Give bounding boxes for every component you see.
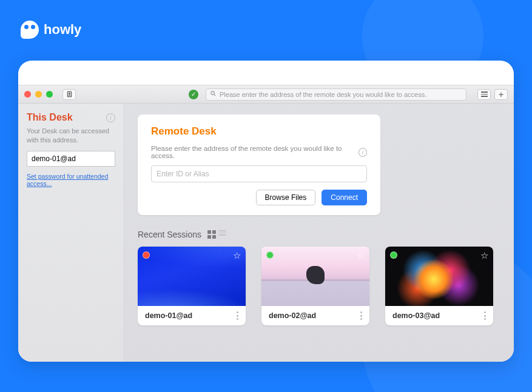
address-search-field[interactable]: Please enter the address of the remote d…: [206, 88, 466, 101]
browse-files-button[interactable]: Browse Files: [256, 190, 316, 205]
session-label: demo-03@ad: [392, 311, 440, 320]
view-toggle[interactable]: [207, 230, 226, 239]
screenshot-card: ✓ Please enter the address of the remote…: [18, 61, 514, 362]
howly-brand: howly: [21, 21, 81, 39]
sidebar-title: This Desk: [27, 112, 73, 123]
session-thumbnail: ☆: [138, 247, 246, 306]
more-options-button[interactable]: [237, 311, 238, 320]
session-thumbnail: ☆: [261, 247, 369, 306]
list-view-icon: [218, 230, 226, 239]
svg-point-2: [211, 91, 215, 95]
search-icon: [210, 90, 217, 99]
sidebar-description: Your Desk can be accessed with this addr…: [27, 127, 115, 145]
sidebar: This Desk i Your Desk can be accessed wi…: [18, 104, 124, 362]
connect-button[interactable]: Connect: [322, 190, 367, 205]
grid-view-icon: [207, 230, 216, 239]
session-label: demo-01@ad: [145, 311, 192, 320]
favorite-icon[interactable]: ☆: [357, 250, 365, 261]
owl-icon: [21, 21, 39, 39]
minimize-window-button[interactable]: [35, 91, 42, 98]
status-ok-icon: ✓: [189, 90, 198, 99]
window-controls: [24, 91, 53, 98]
info-icon[interactable]: i: [359, 148, 367, 157]
status-indicator-online: [266, 251, 274, 259]
search-placeholder: Please enter the address of the remote d…: [220, 91, 426, 98]
titlebar: ✓ Please enter the address of the remote…: [18, 85, 514, 104]
menu-button[interactable]: [477, 89, 491, 100]
set-password-link[interactable]: Set password for unattended access...: [27, 173, 115, 187]
remote-title: Remote Desk: [151, 125, 367, 138]
remote-desk-panel: Remote Desk Please enter the address of …: [138, 115, 380, 215]
remote-description: Please enter the address of the remote d…: [151, 145, 354, 159]
status-indicator-offline: [143, 251, 150, 259]
app-window: ✓ Please enter the address of the remote…: [18, 85, 514, 362]
session-card[interactable]: ☆ demo-03@ad: [385, 247, 493, 325]
more-options-button[interactable]: [484, 311, 486, 320]
maximize-window-button[interactable]: [46, 91, 53, 98]
session-card[interactable]: ☆ demo-01@ad: [138, 247, 246, 325]
own-address-field[interactable]: [27, 151, 115, 167]
remote-address-input[interactable]: [151, 165, 367, 182]
recent-sessions-title: Recent Sessions: [138, 230, 201, 239]
status-indicator-online: [390, 251, 397, 259]
close-window-button[interactable]: [24, 91, 31, 98]
more-options-button[interactable]: [360, 311, 362, 320]
address-book-button[interactable]: [62, 89, 76, 100]
new-tab-button[interactable]: +: [494, 89, 508, 100]
recent-sessions-header: Recent Sessions: [138, 230, 500, 239]
session-label: demo-02@ad: [269, 311, 316, 320]
info-icon[interactable]: i: [106, 113, 115, 122]
svg-point-1: [69, 93, 70, 94]
sessions-grid: ☆ demo-01@ad ☆: [138, 247, 500, 325]
session-card[interactable]: ☆ demo-02@ad: [261, 247, 369, 325]
brand-name: howly: [44, 22, 81, 38]
session-thumbnail: ☆: [385, 247, 493, 306]
favorite-icon[interactable]: ☆: [233, 250, 241, 261]
favorite-icon[interactable]: ☆: [480, 250, 488, 261]
main-content: Remote Desk Please enter the address of …: [124, 104, 514, 362]
